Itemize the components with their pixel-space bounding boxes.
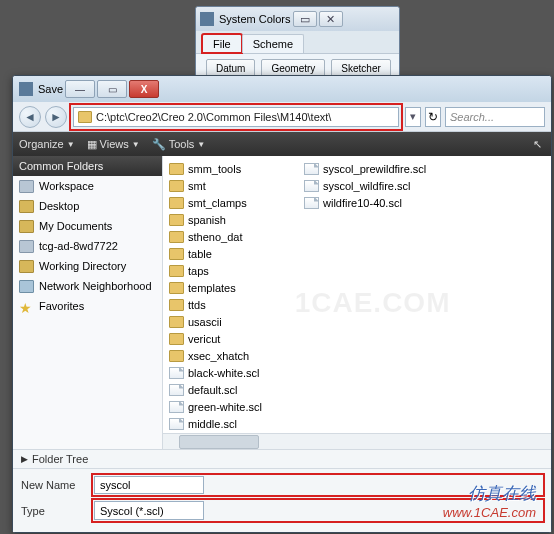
sidebar-item[interactable]: Network Neighborhood xyxy=(13,276,162,296)
views-menu[interactable]: ▦ Views ▼ xyxy=(87,138,140,151)
folder-tree-toggle[interactable]: ▶ Folder Tree xyxy=(13,449,551,469)
save-dialog: Save — ▭ X ◄ ► C:\ptc\Creo2\Creo 2.0\Com… xyxy=(12,75,552,533)
folder-icon xyxy=(169,299,184,311)
folder-icon xyxy=(169,231,184,243)
maximize-button[interactable]: ▭ xyxy=(97,80,127,98)
file-name: xsec_xhatch xyxy=(188,350,249,362)
tools-label: Tools xyxy=(169,138,195,150)
search-input[interactable]: Search... xyxy=(445,107,545,127)
address-field[interactable]: C:\ptc\Creo2\Creo 2.0\Common Files\M140\… xyxy=(73,107,399,127)
file-columns[interactable]: smm_toolssmtsmt_clampsspanishstheno_datt… xyxy=(163,156,551,433)
sidebar-list: WorkspaceDesktopMy Documentstcg-ad-8wd77… xyxy=(13,176,162,449)
refresh-button[interactable]: ↻ xyxy=(425,107,441,127)
system-colors-tabs: File Scheme xyxy=(196,31,399,53)
file-item[interactable]: wildfire10-40.scl xyxy=(302,194,437,211)
chevron-down-icon: ▼ xyxy=(67,140,75,149)
sidebar-item-label: Network Neighborhood xyxy=(39,280,152,292)
folder-item[interactable]: smm_tools xyxy=(167,160,302,177)
tools-menu[interactable]: 🔧 Tools ▼ xyxy=(152,138,206,151)
sidebar-item-label: Favorites xyxy=(39,300,84,312)
system-colors-title: System Colors xyxy=(219,13,291,25)
sidebar-item[interactable]: Desktop xyxy=(13,196,162,216)
folder-icon xyxy=(19,240,34,253)
sidebar-item[interactable]: My Documents xyxy=(13,216,162,236)
folder-icon xyxy=(169,197,184,209)
file-item[interactable]: default.scl xyxy=(167,381,302,398)
views-label: Views xyxy=(100,138,129,150)
file-item[interactable]: syscol_wildfire.scl xyxy=(302,177,437,194)
folder-item[interactable]: smt xyxy=(167,177,302,194)
folder-icon xyxy=(169,316,184,328)
folder-tree-label: Folder Tree xyxy=(32,453,88,465)
minimize-button[interactable]: — xyxy=(65,80,95,98)
brand-cn: 仿真在线 xyxy=(443,482,536,505)
sidebar-item[interactable]: ★Favorites xyxy=(13,296,162,316)
file-item[interactable]: black-white.scl xyxy=(167,364,302,381)
chevron-down-icon: ▼ xyxy=(197,140,205,149)
sidebar-item[interactable]: Working Directory xyxy=(13,256,162,276)
address-dropdown[interactable]: ▾ xyxy=(405,107,421,127)
type-select[interactable]: Syscol (*.scl) xyxy=(94,501,204,520)
maximize-button[interactable]: ▭ xyxy=(293,11,317,27)
folder-icon xyxy=(19,220,34,233)
scl-file-icon xyxy=(304,197,319,209)
file-column-1: smm_toolssmtsmt_clampsspanishstheno_datt… xyxy=(167,160,302,433)
folder-icon xyxy=(169,163,184,175)
close-button[interactable]: X xyxy=(129,80,159,98)
folder-item[interactable]: stheno_dat xyxy=(167,228,302,245)
app-icon xyxy=(200,12,214,26)
file-name: vericut xyxy=(188,333,220,345)
folder-icon xyxy=(169,214,184,226)
chevron-down-icon: ▼ xyxy=(132,140,140,149)
file-item[interactable]: syscol_prewildfire.scl xyxy=(302,160,437,177)
file-name: usascii xyxy=(188,316,222,328)
type-label: Type xyxy=(21,505,87,517)
folder-item[interactable]: table xyxy=(167,245,302,262)
organize-label: Organize xyxy=(19,138,64,150)
file-content: 1CAE.COM smm_toolssmtsmt_clampsspanishst… xyxy=(163,156,551,449)
file-item[interactable]: middle.scl xyxy=(167,415,302,432)
save-titlebar[interactable]: Save — ▭ X xyxy=(13,76,551,102)
scrollbar-thumb[interactable] xyxy=(179,435,259,449)
file-column-2: syscol_prewildfire.sclsyscol_wildfire.sc… xyxy=(302,160,437,433)
sidebar-item[interactable]: tcg-ad-8wd7722 xyxy=(13,236,162,256)
folder-item[interactable]: templates xyxy=(167,279,302,296)
tab-file[interactable]: File xyxy=(202,34,242,53)
help-icon[interactable]: ↖ xyxy=(529,136,545,152)
folder-item[interactable]: spanish xyxy=(167,211,302,228)
scl-file-icon xyxy=(169,418,184,430)
file-name: wildfire10-40.scl xyxy=(323,197,402,209)
new-name-input[interactable] xyxy=(94,476,204,494)
file-name: syscol_prewildfire.scl xyxy=(323,163,426,175)
file-name: smm_tools xyxy=(188,163,241,175)
close-button[interactable]: ✕ xyxy=(319,11,343,27)
folder-icon xyxy=(19,180,34,193)
folder-icon xyxy=(169,333,184,345)
organize-menu[interactable]: Organize ▼ xyxy=(19,138,75,150)
folder-item[interactable]: ttds xyxy=(167,296,302,313)
sidebar-item[interactable]: Workspace xyxy=(13,176,162,196)
sidebar-item-label: Working Directory xyxy=(39,260,126,272)
folder-item[interactable]: xsec_xhatch xyxy=(167,347,302,364)
address-highlight: C:\ptc\Creo2\Creo 2.0\Common Files\M140\… xyxy=(71,105,401,129)
main-area: Common Folders WorkspaceDesktopMy Docume… xyxy=(13,156,551,449)
tab-scheme[interactable]: Scheme xyxy=(242,34,304,53)
folder-item[interactable]: taps xyxy=(167,262,302,279)
forward-button[interactable]: ► xyxy=(45,106,67,128)
folder-icon xyxy=(19,200,34,213)
file-name: smt xyxy=(188,180,206,192)
folder-icon: ★ xyxy=(19,300,34,313)
back-button[interactable]: ◄ xyxy=(19,106,41,128)
file-name: green-white.scl xyxy=(188,401,262,413)
address-bar-row: ◄ ► C:\ptc\Creo2\Creo 2.0\Common Files\M… xyxy=(13,102,551,132)
sidebar-item-label: My Documents xyxy=(39,220,112,232)
folder-item[interactable]: vericut xyxy=(167,330,302,347)
horizontal-scrollbar[interactable] xyxy=(163,433,551,449)
folder-icon xyxy=(169,282,184,294)
folder-icon xyxy=(19,260,34,273)
file-item[interactable]: green-white.scl xyxy=(167,398,302,415)
system-colors-titlebar[interactable]: System Colors ▭ ✕ xyxy=(196,7,399,31)
folder-icon xyxy=(78,111,92,123)
folder-item[interactable]: usascii xyxy=(167,313,302,330)
folder-item[interactable]: smt_clamps xyxy=(167,194,302,211)
